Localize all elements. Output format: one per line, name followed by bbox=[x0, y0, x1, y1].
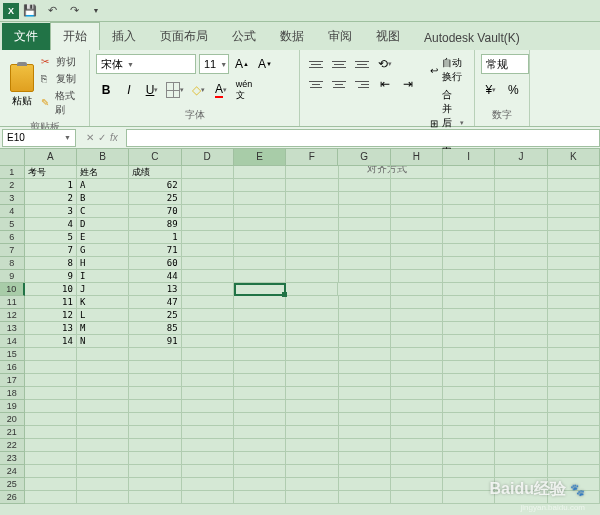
cell[interactable] bbox=[391, 244, 443, 257]
cell[interactable] bbox=[129, 348, 181, 361]
font-name-select[interactable]: 宋体▼ bbox=[96, 54, 196, 74]
cell[interactable]: 9 bbox=[25, 270, 77, 283]
underline-button[interactable]: U▾ bbox=[142, 80, 162, 100]
cell[interactable] bbox=[25, 387, 77, 400]
cell[interactable] bbox=[339, 413, 391, 426]
cell[interactable] bbox=[129, 491, 181, 504]
cell[interactable] bbox=[443, 452, 495, 465]
tab-insert[interactable]: 插入 bbox=[100, 23, 148, 50]
cell[interactable] bbox=[495, 257, 547, 270]
cell[interactable]: 47 bbox=[129, 296, 181, 309]
cell[interactable] bbox=[286, 400, 338, 413]
cell[interactable] bbox=[391, 400, 443, 413]
cell[interactable] bbox=[443, 478, 495, 491]
cell[interactable] bbox=[286, 374, 338, 387]
cell[interactable] bbox=[548, 465, 600, 478]
cell[interactable]: 3 bbox=[25, 205, 77, 218]
cell[interactable] bbox=[234, 283, 286, 296]
qat-dropdown-icon[interactable]: ▼ bbox=[89, 4, 103, 18]
format-painter-button[interactable]: ✎格式刷 bbox=[41, 88, 83, 118]
cell[interactable] bbox=[234, 491, 286, 504]
cell[interactable] bbox=[548, 439, 600, 452]
cell[interactable] bbox=[234, 309, 286, 322]
cell[interactable] bbox=[548, 374, 600, 387]
row-header[interactable]: 23 bbox=[0, 452, 25, 465]
cell[interactable] bbox=[548, 400, 600, 413]
cell[interactable]: C bbox=[77, 205, 129, 218]
cell[interactable] bbox=[182, 387, 234, 400]
row-header[interactable]: 26 bbox=[0, 491, 25, 504]
cell[interactable] bbox=[234, 374, 286, 387]
cell[interactable] bbox=[548, 322, 600, 335]
cell[interactable] bbox=[391, 374, 443, 387]
cell[interactable] bbox=[234, 361, 286, 374]
cell[interactable] bbox=[391, 465, 443, 478]
cell[interactable] bbox=[443, 231, 495, 244]
cell[interactable] bbox=[25, 361, 77, 374]
row-header[interactable]: 20 bbox=[0, 413, 25, 426]
cell[interactable] bbox=[182, 452, 234, 465]
cell[interactable] bbox=[391, 309, 443, 322]
cell[interactable] bbox=[234, 478, 286, 491]
cell[interactable] bbox=[77, 387, 129, 400]
font-color-button[interactable]: A▾ bbox=[211, 80, 231, 100]
cell[interactable] bbox=[495, 296, 547, 309]
cell[interactable] bbox=[77, 439, 129, 452]
save-icon[interactable]: 💾 bbox=[23, 4, 37, 18]
cell[interactable]: 10 bbox=[25, 283, 77, 296]
cell[interactable] bbox=[495, 387, 547, 400]
cell[interactable] bbox=[391, 322, 443, 335]
row-header[interactable]: 6 bbox=[0, 231, 25, 244]
col-header-B[interactable]: B bbox=[77, 149, 129, 166]
col-header-K[interactable]: K bbox=[548, 149, 600, 166]
cell[interactable] bbox=[234, 296, 286, 309]
cell[interactable] bbox=[129, 374, 181, 387]
cell[interactable] bbox=[286, 413, 338, 426]
cell[interactable] bbox=[234, 413, 286, 426]
cell[interactable] bbox=[129, 413, 181, 426]
cell[interactable] bbox=[339, 192, 391, 205]
cell[interactable]: 考号 bbox=[25, 166, 77, 179]
row-header[interactable]: 13 bbox=[0, 322, 25, 335]
cell[interactable] bbox=[548, 257, 600, 270]
cell[interactable] bbox=[495, 465, 547, 478]
cell[interactable]: 71 bbox=[129, 244, 181, 257]
cell[interactable] bbox=[25, 426, 77, 439]
cell[interactable] bbox=[182, 205, 234, 218]
cell[interactable] bbox=[339, 322, 391, 335]
cell[interactable] bbox=[443, 309, 495, 322]
cell[interactable] bbox=[182, 439, 234, 452]
cell[interactable] bbox=[286, 296, 338, 309]
tab-autodesk[interactable]: Autodesk Vault(K) bbox=[412, 26, 532, 50]
cell[interactable] bbox=[286, 205, 338, 218]
cell[interactable]: 2 bbox=[25, 192, 77, 205]
phonetic-button[interactable]: wén文 bbox=[234, 80, 254, 100]
cell[interactable] bbox=[495, 361, 547, 374]
cell[interactable] bbox=[548, 270, 600, 283]
cell[interactable] bbox=[548, 218, 600, 231]
cell[interactable] bbox=[182, 426, 234, 439]
cell[interactable] bbox=[339, 374, 391, 387]
cell[interactable] bbox=[234, 439, 286, 452]
cell[interactable] bbox=[339, 296, 391, 309]
cell[interactable] bbox=[129, 400, 181, 413]
fx-icon[interactable]: fx bbox=[110, 132, 118, 143]
cell[interactable] bbox=[286, 257, 338, 270]
tab-home[interactable]: 开始 bbox=[50, 22, 100, 50]
cell[interactable] bbox=[234, 335, 286, 348]
cell[interactable]: J bbox=[77, 283, 129, 296]
cell[interactable]: 1 bbox=[25, 179, 77, 192]
cell[interactable] bbox=[286, 244, 338, 257]
cell[interactable] bbox=[234, 192, 286, 205]
cell[interactable] bbox=[286, 218, 338, 231]
cell[interactable] bbox=[443, 374, 495, 387]
col-header-E[interactable]: E bbox=[234, 149, 286, 166]
cell[interactable]: 13 bbox=[129, 283, 181, 296]
cell[interactable] bbox=[391, 166, 443, 179]
cell[interactable] bbox=[77, 465, 129, 478]
cancel-icon[interactable]: ✕ bbox=[86, 132, 94, 143]
cell[interactable]: K bbox=[77, 296, 129, 309]
cell[interactable] bbox=[25, 452, 77, 465]
cell[interactable] bbox=[443, 361, 495, 374]
cell[interactable] bbox=[495, 205, 547, 218]
